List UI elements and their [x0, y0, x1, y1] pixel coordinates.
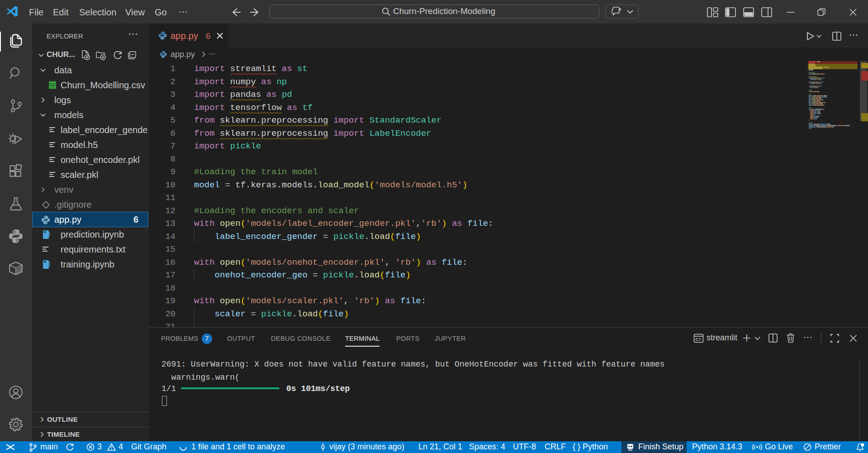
- svg-text:C:\: C:\: [696, 337, 701, 342]
